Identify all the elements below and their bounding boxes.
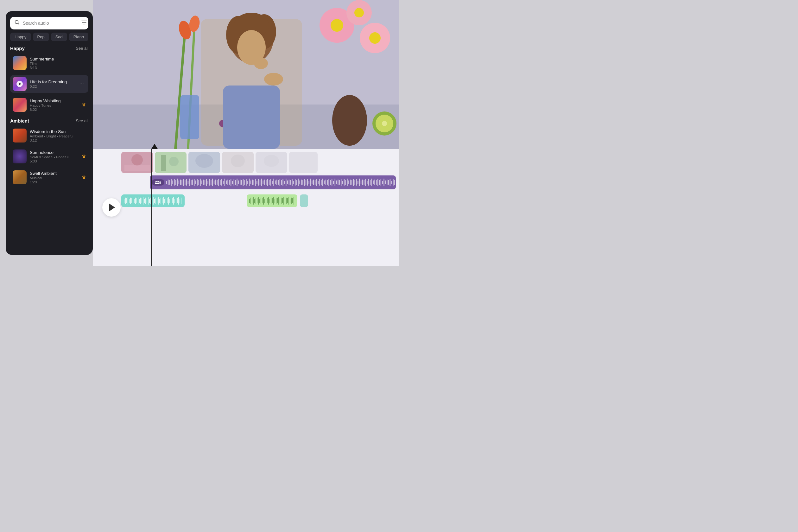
svg-rect-75 [205,180,205,185]
tag-sad[interactable]: Sad [51,33,67,41]
svg-rect-234 [167,198,168,203]
svg-rect-147 [315,180,316,185]
svg-rect-208 [134,199,135,203]
video-thumb-3[interactable] [188,152,220,173]
svg-rect-255 [261,197,261,204]
ambient-section-title: Ambient [10,118,29,124]
svg-rect-176 [359,178,360,186]
track-wisdom-in-the-sun[interactable]: Wisdom in the Sun Ambient • Bright • Pea… [10,127,88,145]
play-button[interactable] [102,198,121,216]
track-info-wisdom: Wisdom in the Sun Ambient • Bright • Pea… [30,129,86,142]
audio-time-badge: 22s [152,179,164,186]
svg-rect-156 [328,179,329,186]
svg-rect-271 [281,197,282,204]
video-thumb-5[interactable] [255,152,287,173]
svg-rect-233 [166,197,166,204]
svg-rect-172 [353,179,354,186]
svg-line-1 [18,23,19,25]
svg-rect-192 [383,178,384,186]
svg-rect-189 [379,180,380,185]
svg-rect-91 [229,180,230,185]
svg-rect-171 [352,180,352,185]
track-swell-ambient[interactable]: Swell Ambient Musical 1:29 ♛ [10,169,88,186]
svg-rect-247 [250,197,251,204]
svg-rect-200 [124,199,125,203]
audio-clip-teal-small[interactable] [300,194,308,207]
ambient-see-all[interactable]: See all [76,118,88,123]
track-name-swell: Swell Ambient [30,171,78,176]
svg-rect-238 [172,198,173,203]
track-summertime[interactable]: Summertime Film 3:13 [10,54,88,72]
video-thumb-6[interactable] [289,152,318,173]
svg-rect-153 [324,180,325,184]
svg-rect-139 [302,180,303,185]
svg-rect-207 [133,197,133,205]
svg-rect-131 [290,180,291,185]
svg-rect-136 [298,178,299,186]
track-life-is-for-dreaming[interactable]: Life is for Dreaming 0:22 ··· [10,75,88,93]
svg-rect-140 [304,179,305,186]
track-thumb-swell [13,170,26,184]
svg-rect-226 [157,198,157,203]
svg-rect-212 [139,199,140,203]
tag-pop[interactable]: Pop [33,33,49,41]
search-input[interactable] [23,21,78,26]
svg-rect-87 [223,181,224,184]
svg-rect-141 [306,180,306,185]
audio-track-purple[interactable]: 22s // Will generate waveform bars via J… [150,175,396,189]
track-info-swell: Swell Ambient Musical 1:29 [30,171,78,184]
svg-rect-95 [235,180,236,185]
svg-rect-119 [272,181,273,184]
svg-rect-130 [289,179,289,185]
happy-section-header: Happy See all [10,45,88,51]
svg-rect-158 [331,179,332,186]
track-somnolence[interactable]: Somnolence Sci-fi & Space • Hopeful 5:03… [10,148,88,165]
svg-point-36 [254,58,268,69]
svg-rect-169 [348,180,349,184]
svg-rect-217 [145,197,146,204]
svg-rect-246 [249,199,250,203]
audio-clip-teal[interactable] [121,194,185,207]
svg-rect-84 [218,179,219,186]
svg-rect-49 [289,152,318,173]
svg-rect-74 [203,179,204,185]
svg-rect-264 [272,198,273,203]
svg-point-42 [169,157,178,166]
svg-rect-170 [350,179,350,185]
svg-rect-157 [330,180,330,185]
svg-rect-137 [300,180,300,184]
svg-point-35 [264,73,283,86]
track-happy-whistling[interactable]: Happy Whistling Happy Tunes 6:02 ♛ [10,96,88,114]
svg-rect-244 [179,199,180,203]
svg-point-46 [231,154,245,167]
svg-rect-41 [161,155,166,171]
svg-rect-248 [252,198,252,203]
svg-rect-275 [286,197,287,204]
tag-piano[interactable]: Piano [69,33,88,41]
track-more-dreaming[interactable]: ··· [78,80,86,88]
svg-rect-268 [277,198,278,203]
search-bar[interactable] [10,17,88,30]
svg-rect-168 [347,178,347,186]
audio-clip-green[interactable] [247,194,297,207]
svg-rect-279 [291,197,292,204]
svg-rect-237 [171,197,171,204]
filter-icon[interactable] [81,20,87,26]
svg-rect-100 [243,179,244,186]
video-thumb-1[interactable] [121,152,153,173]
svg-rect-39 [125,165,150,171]
svg-rect-229 [160,197,161,204]
svg-rect-62 [185,180,185,185]
svg-rect-174 [356,179,357,186]
track-info-summertime: Summertime Film 3:13 [30,57,86,70]
svg-rect-34 [223,86,280,149]
video-thumb-4[interactable] [222,152,254,173]
svg-rect-277 [288,197,289,205]
svg-rect-276 [287,198,288,203]
tag-happy[interactable]: Happy [10,33,31,41]
svg-rect-197 [392,181,392,184]
waveform-purple: // Will generate waveform bars via JS be… [166,178,396,187]
video-thumb-2[interactable] [155,152,187,173]
happy-see-all[interactable]: See all [76,46,88,51]
svg-rect-210 [136,198,137,203]
